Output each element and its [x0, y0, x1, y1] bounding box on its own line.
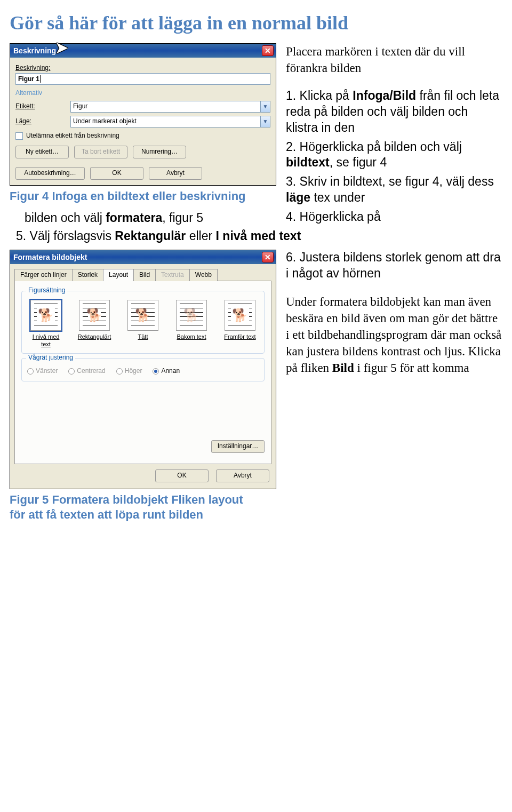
- ok-button[interactable]: OK: [155, 469, 209, 482]
- text-caret-icon: [40, 75, 41, 83]
- step-2: 2. Högerklicka på bilden och välj bildte…: [286, 139, 502, 171]
- wrap-inline-label: I nivå med text: [27, 333, 65, 348]
- beskrivning-input[interactable]: Figur 1: [15, 73, 270, 85]
- closing-bold: Bild: [332, 361, 354, 375]
- lage-dropdown[interactable]: Under markerat objekt ▼: [70, 116, 270, 128]
- figure-5-caption: Figur 5 Formatera bildobjekt Fliken layo…: [10, 492, 244, 523]
- step-5-bold1: Rektangulär: [115, 229, 186, 243]
- step-4b-bold: formatera: [106, 211, 162, 225]
- closing-part2: i figur 5 för att komma: [354, 361, 469, 375]
- dog-icon: 🐕: [183, 307, 199, 323]
- step-2-bold: bildtext: [286, 155, 330, 169]
- wrap-front-label: Framför text: [221, 333, 259, 340]
- dog-icon: 🐕: [37, 307, 55, 323]
- intro-text: Placera markören i texten där du vill fö…: [286, 43, 502, 76]
- chevron-down-icon: ▼: [260, 116, 270, 127]
- step-6: 6. Justera bildens storlek genom att dra…: [286, 250, 502, 282]
- align-right-radio[interactable]: Höger: [116, 367, 142, 376]
- step-1-part1: 1. Klicka på: [286, 89, 353, 102]
- dialog2-tabs: Färger och linjer Storlek Layout Bild Te…: [14, 266, 271, 281]
- align-other-label: Annan: [161, 367, 180, 376]
- dialog-titlebar: Beskrivning ➤ ✕: [10, 44, 276, 58]
- step-4b-part1: bilden och välj: [25, 211, 106, 225]
- dialog-title-text: Beskrivning: [13, 46, 56, 55]
- align-center-label: Centrerad: [77, 367, 105, 376]
- tab-colors[interactable]: Färger och linjer: [14, 269, 73, 281]
- dog-icon: 🐕: [231, 307, 249, 323]
- wrap-behind[interactable]: 🐕 Bakom text: [173, 300, 210, 348]
- align-center-radio[interactable]: Centrerad: [68, 367, 105, 376]
- step-5-part1: 5. Välj förslagsvis: [16, 229, 115, 243]
- tab-image[interactable]: Bild: [133, 269, 156, 281]
- step-3-bold: läge: [286, 190, 310, 204]
- wrap-square-label: Rektangulärt: [76, 333, 113, 340]
- tab-textbox[interactable]: Textruta: [155, 269, 190, 281]
- step-2-part1: 2. Högerklicka på bilden och välj: [286, 140, 462, 154]
- dialog2-title-text: Formatera bildobjekt: [13, 252, 87, 262]
- close-icon: ✕: [265, 46, 271, 55]
- wrap-inline[interactable]: 🐕 I nivå med text: [27, 300, 65, 348]
- lage-label: Läge:: [15, 117, 66, 126]
- align-left-radio[interactable]: Vänster: [27, 367, 58, 376]
- align-left-label: Vänster: [36, 367, 58, 376]
- align-right-label: Höger: [125, 367, 142, 376]
- beskrivning-label: Beskrivning:: [15, 64, 270, 73]
- page-title: Gör så här för att lägga in en normal bi…: [10, 11, 502, 36]
- align-other-radio[interactable]: Annan: [153, 367, 180, 376]
- etikett-label: Etikett:: [15, 102, 66, 111]
- formatera-dialog: Formatera bildobjekt ✕ Färger och linjer…: [10, 250, 276, 489]
- ok-button[interactable]: OK: [90, 167, 143, 180]
- wrapping-group: Figursättning 🐕 I nivå med text 🐕 Rektan…: [21, 291, 265, 354]
- closing-paragraph: Under formatera bildobjekt kan man även …: [286, 293, 502, 376]
- cursor-arrow-icon: ➤: [55, 38, 68, 58]
- step-3-part2: tex under: [310, 190, 365, 204]
- step-5: 5. Välj förslagsvis Rektangulär eller I …: [16, 228, 502, 244]
- figure-5-frame: Formatera bildobjekt ✕ Färger och linjer…: [10, 250, 276, 489]
- etikett-dropdown[interactable]: Figur ▼: [70, 101, 270, 113]
- beskrivning-dialog: Beskrivning ➤ ✕ Beskrivning: Figur 1 Alt…: [10, 44, 276, 185]
- step-1: 1. Klicka på Infoga/Bild från fil och le…: [286, 88, 502, 136]
- tab-size[interactable]: Storlek: [72, 269, 103, 281]
- step-5-part2: eller: [186, 229, 215, 243]
- chevron-down-icon: ▼: [260, 101, 270, 112]
- dialog2-titlebar: Formatera bildobjekt ✕: [10, 250, 276, 264]
- omit-label-checkbox[interactable]: [15, 132, 23, 140]
- cancel-button[interactable]: Avbryt: [149, 167, 202, 180]
- autodescription-button[interactable]: Autobeskrivning…: [15, 167, 85, 180]
- close-button[interactable]: ✕: [262, 252, 274, 262]
- figure-4-frame: Beskrivning ➤ ✕ Beskrivning: Figur 1 Alt…: [10, 43, 276, 186]
- step-4b-text: bilden och välj formatera, figur 5: [25, 210, 276, 226]
- wrap-front[interactable]: 🐕 Framför text: [221, 300, 259, 348]
- step-3-part1: 3. Skriv in bildtext, se figur 4, välj d…: [286, 174, 494, 188]
- step-4a: 4. Högerklicka på: [286, 209, 502, 225]
- close-icon: ✕: [265, 252, 271, 262]
- dog-icon: 🐕: [86, 307, 102, 323]
- alignment-group: Vågrät justering Vänster Centrerad Höger…: [21, 358, 265, 381]
- delete-label-button[interactable]: Ta bort etikett: [74, 146, 127, 158]
- tab-web[interactable]: Webb: [189, 269, 218, 281]
- wrap-tight[interactable]: 🐕 Tätt: [124, 300, 162, 348]
- wrapping-group-title: Figursättning: [26, 286, 67, 295]
- alternativ-group-label: Alternativ: [15, 89, 270, 98]
- wrap-behind-label: Bakom text: [173, 333, 210, 340]
- dog-icon: 🐕: [135, 307, 151, 323]
- step-1-bold: Infoga/Bild: [353, 89, 416, 102]
- step-2-part2: , se figur 4: [330, 155, 387, 169]
- layout-pane: Figursättning 🐕 I nivå med text 🐕 Rektan…: [14, 281, 271, 464]
- lage-value: Under markerat objekt: [73, 117, 137, 126]
- wrap-tight-label: Tätt: [124, 333, 162, 340]
- close-button[interactable]: ✕: [262, 45, 274, 56]
- step-3: 3. Skriv in bildtext, se figur 4, välj d…: [286, 174, 502, 206]
- etikett-value: Figur: [73, 102, 87, 111]
- cancel-button[interactable]: Avbryt: [216, 469, 269, 482]
- step-5-bold2: I nivå med text: [216, 229, 301, 243]
- wrap-square[interactable]: 🐕 Rektangulärt: [76, 300, 113, 348]
- omit-label-text: Utelämna etikett från beskrivning: [26, 132, 119, 140]
- numbering-button[interactable]: Numrering…: [133, 146, 186, 158]
- alignment-group-title: Vågrät justering: [26, 354, 75, 362]
- settings-button[interactable]: Inställningar…: [211, 440, 265, 453]
- new-label-button[interactable]: Ny etikett…: [15, 146, 69, 158]
- figure-4-caption: Figur 4 Infoga en bildtext eller beskriv…: [10, 189, 276, 204]
- beskrivning-value: Figur 1: [18, 75, 39, 84]
- tab-layout[interactable]: Layout: [103, 269, 134, 281]
